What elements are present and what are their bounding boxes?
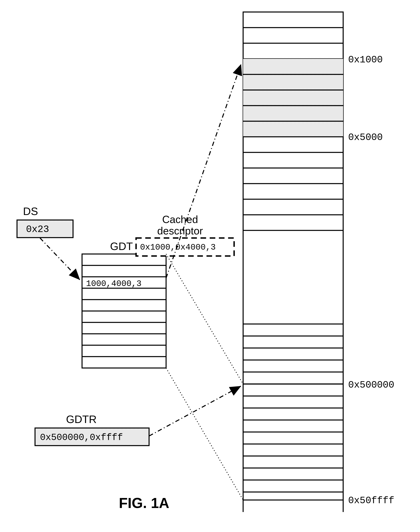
cached-title-2: descriptor [157,225,203,237]
ds-title: DS [23,205,38,217]
arrow-ds-to-gdt [40,238,80,280]
ds-register-value: 0x23 [26,224,49,235]
addr-0x5000-label: 0x5000 [348,132,383,143]
figure-label: FIG. 1A [119,495,169,511]
gdtr-title: GDTR [66,413,97,425]
memory-column [243,12,343,512]
svg-rect-8 [243,90,343,106]
svg-rect-7 [243,74,343,90]
gdtr-register-value: 0x500000,0xffff [40,432,123,443]
guide-gdt-bottom-to-0x50ffff [166,368,243,500]
cached-title-1: Cached [162,214,198,225]
addr-0x1000-label: 0x1000 [348,54,383,65]
gdt-title: GDT [110,240,133,252]
addr-0x500000-label: 0x500000 [348,380,394,390]
addr-0x50ffff-label: 0x50ffff [348,495,394,506]
guide-gdt-top-to-0x500000 [166,254,243,384]
arrow-gdtr-to-0x500000 [149,386,241,436]
gdt-entry-value: 1000,4000,3 [86,279,141,288]
svg-rect-10 [243,121,343,137]
svg-rect-9 [243,106,343,121]
memory-diagram: 0x1000 0x5000 0x500000 0x50ffff DS 0x23 … [0,0,420,532]
gdt-table [82,254,166,368]
cached-descriptor-value: 0x1000,0x4000,3 [140,243,216,252]
svg-rect-6 [243,59,343,74]
